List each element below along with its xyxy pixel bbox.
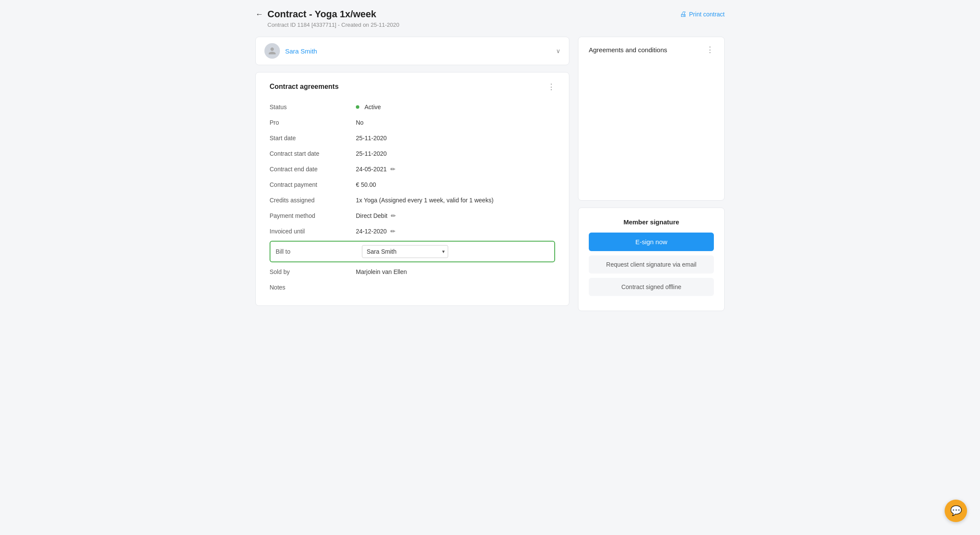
agreements-conditions-menu-button[interactable]: ⋮ [706,46,714,54]
print-label: Print contract [689,11,725,18]
field-row-start-date: Start date 25-11-2020 [270,130,555,146]
field-value-credits: 1x Yoga (Assigned every 1 week, valid fo… [356,197,493,204]
agreements-conditions-title: Agreements and conditions [589,46,667,54]
print-contract-button[interactable]: 🖨 Print contract [680,10,725,18]
field-row-credits: Credits assigned 1x Yoga (Assigned every… [270,192,555,208]
field-value-start-date: 25-11-2020 [356,135,387,142]
field-label-invoiced-until: Invoiced until [270,228,356,235]
field-label-notes: Notes [270,284,356,291]
field-label-payment-method: Payment method [270,212,356,219]
left-column: Sara Smith ∨ Contract agreements ⋮ Statu… [255,37,569,306]
field-value-payment: € 50.00 [356,181,376,188]
request-signature-button[interactable]: Request client signature via email [589,255,714,274]
field-row-contract-start-date: Contract start date 25-11-2020 [270,146,555,161]
chevron-down-icon: ∨ [556,47,560,54]
page-title: Contract - Yoga 1x/week [267,9,376,20]
agreements-card-header: Contract agreements ⋮ [270,83,555,91]
field-label-credits: Credits assigned [270,197,356,204]
contract-agreements-card: Contract agreements ⋮ Status Active Pro … [255,72,569,306]
field-row-invoiced-until: Invoiced until 24-12-2020 ✏ [270,223,555,239]
field-value-status: Active [356,104,381,110]
field-label-start-date: Start date [270,135,356,142]
field-row-pro: Pro No [270,115,555,130]
edit-end-date-icon[interactable]: ✏ [390,166,396,173]
field-label-bill-to: Bill to [276,248,362,255]
field-label-contract-end-date: Contract end date [270,166,356,173]
bill-to-select[interactable]: Sara Smith [362,245,448,258]
field-row-sold-by: Sold by Marjolein van Ellen [270,264,555,280]
field-label-contract-start-date: Contract start date [270,150,356,157]
member-name: Sara Smith [285,47,317,55]
agreements-conditions-card: Agreements and conditions ⋮ [578,37,725,201]
field-value-contract-end-date: 24-05-2021 ✏ [356,166,396,173]
signature-title: Member signature [589,218,714,226]
field-value-payment-method: Direct Debit ✏ [356,212,396,219]
field-row-payment-method: Payment method Direct Debit ✏ [270,208,555,223]
field-row-payment: Contract payment € 50.00 [270,177,555,192]
back-row: ← Contract - Yoga 1x/week [255,9,399,20]
field-label-sold-by: Sold by [270,268,356,275]
member-card[interactable]: Sara Smith ∨ [255,37,569,65]
esign-now-button[interactable]: E-sign now [589,233,714,251]
avatar [264,43,280,59]
agreements-menu-button[interactable]: ⋮ [547,83,555,91]
edit-payment-method-icon[interactable]: ✏ [391,212,396,219]
field-row-status: Status Active [270,99,555,115]
contract-subtitle: Contract ID 1184 [4337711] - Created on … [267,22,399,28]
field-value-contract-start-date: 25-11-2020 [356,150,387,157]
field-value-pro: No [356,119,364,126]
status-dot [356,105,359,109]
field-value-invoiced-until: 24-12-2020 ✏ [356,228,396,235]
header-left: ← Contract - Yoga 1x/week Contract ID 11… [255,9,399,28]
agreements-card-title: Contract agreements [270,83,339,91]
back-button[interactable]: ← [255,10,263,19]
field-value-sold-by: Marjolein van Ellen [356,268,407,275]
bill-to-row: Bill to Sara Smith ▾ [270,241,555,262]
page-header: ← Contract - Yoga 1x/week Contract ID 11… [255,9,725,28]
main-content: Sara Smith ∨ Contract agreements ⋮ Statu… [255,37,725,311]
edit-invoiced-until-icon[interactable]: ✏ [390,228,396,235]
field-row-notes: Notes [270,280,555,295]
signature-card: Member signature E-sign now Request clie… [578,208,725,311]
contract-signed-offline-button[interactable]: Contract signed offline [589,278,714,296]
print-icon: 🖨 [680,10,687,18]
field-label-status: Status [270,104,356,110]
bill-to-select-wrapper: Sara Smith ▾ [362,245,448,258]
right-column: Agreements and conditions ⋮ Member signa… [578,37,725,311]
field-label-payment: Contract payment [270,181,356,188]
member-info: Sara Smith [264,43,317,59]
field-label-pro: Pro [270,119,356,126]
agreements-conditions-header: Agreements and conditions ⋮ [589,46,714,54]
field-row-contract-end-date: Contract end date 24-05-2021 ✏ [270,161,555,177]
